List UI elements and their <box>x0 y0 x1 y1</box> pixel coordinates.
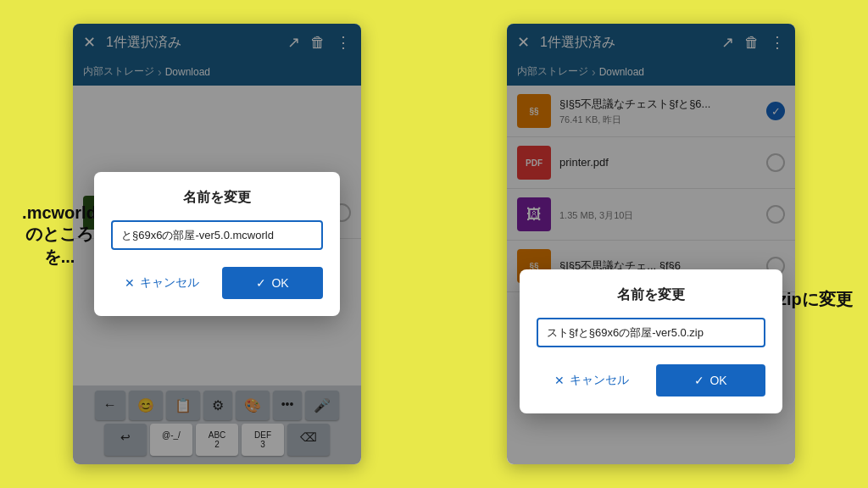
left-cancel-x-icon: ✕ <box>125 276 135 290</box>
left-rename-dialog: 名前を変更 ✕ キャンセル ✓ OK <box>94 172 340 316</box>
right-phone-screen: ✕ 1件選択済み ↗ 🗑 ⋮ 内部ストレージ › Download §§ §I§… <box>507 24 795 464</box>
right-rename-dialog: 名前を変更 ✕ キャンセル ✓ OK <box>520 269 782 413</box>
right-cancel-label: キャンセル <box>570 373 629 388</box>
left-ok-button[interactable]: ✓ OK <box>222 267 323 299</box>
left-dialog-title: 名前を変更 <box>111 189 323 207</box>
right-dialog-overlay: 名前を変更 ✕ キャンセル ✓ OK <box>507 24 795 464</box>
left-panel: ✕ 1件選択済み ↗ 🗑 ⋮ 内部ストレージ › Download 🎮 Mine… <box>0 0 434 488</box>
right-cancel-x-icon: ✕ <box>554 374 565 387</box>
left-ok-label: OK <box>271 276 288 290</box>
right-cancel-button[interactable]: ✕ キャンセル <box>537 364 646 396</box>
right-dialog-title: 名前を変更 <box>537 286 765 304</box>
left-phone-screen: ✕ 1件選択済み ↗ 🗑 ⋮ 内部ストレージ › Download 🎮 Mine… <box>73 24 361 464</box>
right-ok-check-icon: ✓ <box>694 374 704 387</box>
left-dialog-overlay: 名前を変更 ✕ キャンセル ✓ OK <box>73 24 361 464</box>
left-cancel-label: キャンセル <box>140 275 199 291</box>
left-dialog-input[interactable] <box>111 220 323 250</box>
right-dialog-input[interactable] <box>537 318 765 347</box>
right-panel: ✕ 1件選択済み ↗ 🗑 ⋮ 内部ストレージ › Download §§ §I§… <box>434 0 868 488</box>
left-ok-check-icon: ✓ <box>256 276 266 290</box>
right-ok-button[interactable]: ✓ OK <box>656 364 765 396</box>
right-ok-label: OK <box>709 374 726 387</box>
left-cancel-button[interactable]: ✕ キャンセル <box>111 267 212 299</box>
left-dialog-buttons: ✕ キャンセル ✓ OK <box>111 267 323 299</box>
right-dialog-buttons: ✕ キャンセル ✓ OK <box>537 364 765 396</box>
